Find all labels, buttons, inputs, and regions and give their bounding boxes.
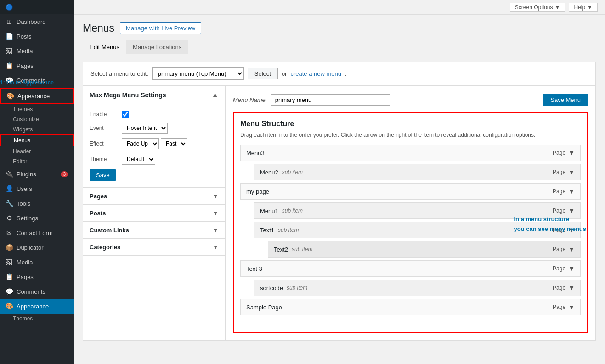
event-label: Event	[90, 125, 117, 131]
menu-item-text3-chevron-icon[interactable]: ▼	[568, 265, 575, 272]
sidebar-sub-widgets[interactable]: Widgets	[0, 124, 74, 134]
sidebar-item-media[interactable]: 🖼 Media	[0, 44, 74, 58]
menu-item-text2-left: Text2 sub item	[274, 246, 312, 253]
enable-row: Enable	[90, 111, 219, 118]
sidebar-sub-themes2[interactable]: Themes	[0, 314, 74, 324]
accordion-pages: Pages ▼	[83, 188, 225, 205]
settings-icon: ⚙	[6, 214, 13, 222]
enable-checkbox[interactable]	[122, 111, 129, 118]
sidebar-item-contact-form[interactable]: ✉ Contact Form	[0, 225, 74, 240]
sidebar-appearance-label: Appearance	[17, 93, 50, 100]
tab-edit-menus-label: Edit Menus	[90, 44, 119, 50]
main-content: Screen Options ▼ Help ▼ Menus Manage wit…	[74, 0, 605, 364]
comments2-icon: 💬	[6, 288, 13, 295]
help-button[interactable]: Help ▼	[569, 3, 598, 12]
accordion-posts-header[interactable]: Posts ▼	[83, 205, 225, 221]
menu-item-menu1-chevron-icon[interactable]: ▼	[568, 207, 575, 214]
tab-edit-menus[interactable]: Edit Menus	[83, 40, 126, 54]
accordion-custom-links-chevron-icon: ▼	[212, 226, 219, 234]
sidebar-item-posts[interactable]: 📄 Posts	[0, 29, 74, 44]
users-icon: 👤	[6, 185, 13, 192]
sidebar-pages-label: Pages	[17, 62, 34, 69]
menu-item-sortcode-chevron-icon[interactable]: ▼	[568, 284, 575, 291]
screen-options-button[interactable]: Screen Options ▼	[510, 3, 565, 12]
accordion-categories-label: Categories	[90, 244, 120, 251]
effect-select1[interactable]: Fade Up	[122, 138, 159, 149]
menu-item-menu2-right: Page ▼	[553, 168, 575, 176]
accordion-categories: Categories ▼	[83, 239, 225, 256]
accordion-custom-links-label: Custom Links	[90, 227, 129, 234]
sidebar-item-appearance2[interactable]: 🎨 Appearance	[0, 299, 74, 314]
live-preview-button[interactable]: Manage with Live Preview	[120, 22, 201, 34]
menu-item-menu1-left: Menu1 sub item	[260, 207, 303, 214]
accordion-custom-links-header[interactable]: Custom Links ▼	[83, 222, 225, 238]
accordion-pages-label: Pages	[90, 193, 107, 200]
sidebar-sub-themes[interactable]: Themes	[0, 104, 74, 114]
sidebar-item-users[interactable]: 👤 Users	[0, 181, 74, 196]
menu-item-sample-page-chevron-icon[interactable]: ▼	[568, 303, 575, 311]
save-menu-label: Save Menu	[550, 96, 581, 103]
menu-item-sortcode-label: sortcode	[260, 285, 283, 291]
sidebar-item-plugins[interactable]: 🔌 Plugins 3	[0, 167, 74, 181]
accordion-categories-chevron-icon: ▼	[212, 243, 219, 251]
save-settings-label: Save	[96, 172, 110, 179]
menu-item-menu3-chevron-icon[interactable]: ▼	[568, 149, 575, 157]
menu-item-menu2-chevron-icon[interactable]: ▼	[568, 168, 575, 176]
sidebar-tools-label: Tools	[17, 200, 30, 207]
sidebar-sub-customize[interactable]: Customize	[0, 114, 74, 124]
period-text: .	[345, 70, 347, 77]
create-new-menu-link[interactable]: create a new menu	[290, 70, 341, 77]
sidebar-sub-header[interactable]: Header	[0, 146, 74, 157]
menu-item-mypage-chevron-icon[interactable]: ▼	[568, 188, 575, 195]
sidebar-logo: 🔵	[0, 0, 74, 14]
sidebar-item-duplicator[interactable]: 📦 Duplicator	[0, 240, 74, 255]
page-header: Menus Manage with Live Preview	[83, 22, 596, 34]
menu-select[interactable]: primary menu (Top Menu)	[152, 67, 244, 80]
menu-item-menu2: Menu2 sub item Page ▼	[254, 164, 581, 180]
sidebar-item-tools[interactable]: 🔧 Tools	[0, 196, 74, 211]
sidebar-settings-label: Settings	[17, 215, 38, 222]
sidebar-item-pages[interactable]: 📋 Pages	[0, 58, 74, 73]
event-select[interactable]: Hover Intent	[122, 123, 168, 134]
sidebar-item-appearance[interactable]: 🎨 Appearance	[0, 88, 74, 104]
sidebar-sub-editor[interactable]: Editor	[0, 157, 74, 167]
effect-selects: Fade Up Fast	[122, 138, 187, 149]
sidebar-item-comments2[interactable]: 💬 Comments	[0, 284, 74, 299]
accordion-pages-header[interactable]: Pages ▼	[83, 188, 225, 204]
select-or-text: or	[282, 70, 287, 77]
theme-select[interactable]: Default	[122, 154, 155, 165]
save-menu-button[interactable]: Save Menu	[543, 94, 588, 106]
sidebar-item-pages2[interactable]: 📋 Pages	[0, 269, 74, 284]
menu-item-sortcode-right: Page ▼	[553, 284, 575, 291]
accordion-categories-header[interactable]: Categories ▼	[83, 239, 225, 255]
accordion-posts: Posts ▼	[83, 205, 225, 222]
sidebar-users-label: Users	[17, 185, 32, 192]
menu-item-menu1-sub-text: sub item	[282, 207, 303, 214]
sidebar-item-settings[interactable]: ⚙ Settings	[0, 211, 74, 225]
menu-item-menu3: Menu3 Page ▼	[240, 145, 581, 161]
menu-item-text2: Text2 sub item Page ▼	[268, 241, 581, 258]
sidebar-item-media2[interactable]: 🖼 Media	[0, 255, 74, 269]
sidebar-item-dashboard[interactable]: ⊞ Dashboard	[0, 14, 74, 29]
accordion-pages-chevron-icon: ▼	[212, 192, 219, 200]
menu-item-menu3-type: Page	[553, 150, 565, 156]
menu-item-sortcode-left: sortcode sub item	[260, 285, 307, 291]
accordion-posts-chevron-icon: ▼	[212, 209, 219, 217]
tab-manage-locations[interactable]: Manage Locations	[126, 40, 188, 54]
menu-structure-hint: Drag each item into the order you prefer…	[240, 132, 581, 138]
menu-item-menu1-right: Page ▼	[553, 207, 575, 214]
menu-item-text2-type: Page	[553, 246, 565, 252]
accordion-posts-label: Posts	[90, 210, 106, 217]
duplicator-icon: 📦	[6, 244, 13, 251]
live-preview-label: Manage with Live Preview	[126, 25, 195, 32]
menu-item-text3-type: Page	[553, 265, 565, 272]
menu-name-input[interactable]	[271, 94, 390, 106]
save-settings-button[interactable]: Save	[90, 169, 116, 181]
sidebar-sub-menus[interactable]: Menus	[0, 134, 74, 146]
sidebar: 🔵 ⊞ Dashboard 📄 Posts 🖼 Media 📋 Pages 💬 …	[0, 0, 74, 364]
effect-select2[interactable]: Fast	[161, 138, 187, 149]
menu-item-mypage: my page Page ▼	[240, 183, 581, 200]
mega-menu-header[interactable]: Max Mega Menu Settings ▲	[83, 86, 225, 104]
menu-item-text2-chevron-icon[interactable]: ▼	[568, 246, 575, 253]
select-button[interactable]: Select	[248, 68, 278, 79]
